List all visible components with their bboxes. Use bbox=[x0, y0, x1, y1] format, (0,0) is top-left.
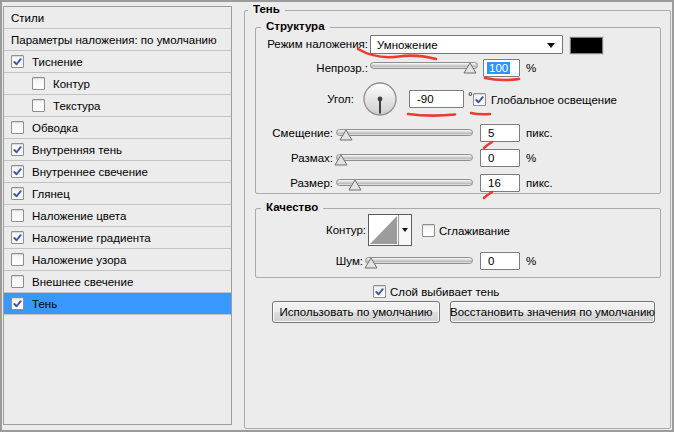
noise-unit: % bbox=[526, 255, 536, 267]
global-light-label: Глобальное освещение bbox=[491, 94, 617, 106]
sidebar-item[interactable]: Внутренняя тень bbox=[4, 139, 231, 161]
global-light-checkbox[interactable] bbox=[473, 93, 486, 106]
sidebar-item[interactable]: Обводка bbox=[4, 117, 231, 139]
noise-input[interactable]: 0 bbox=[480, 252, 520, 270]
sidebar-item[interactable]: Наложение узора bbox=[4, 249, 231, 271]
noise-label: Шум: bbox=[262, 255, 363, 267]
sidebar-item[interactable]: Контур bbox=[4, 73, 231, 95]
size-value: 16 bbox=[488, 177, 501, 189]
size-slider-thumb[interactable] bbox=[348, 179, 362, 191]
reset-default-button[interactable]: Восстановить значения по умолчанию bbox=[450, 301, 655, 323]
opacity-slider-thumb[interactable] bbox=[463, 62, 477, 74]
sidebar-item-label: Внутреннее свечение bbox=[32, 166, 148, 178]
knockout-label: Слой выбивает тень bbox=[390, 286, 499, 298]
style-checkbox[interactable] bbox=[11, 55, 24, 68]
sidebar-item[interactable]: Тень bbox=[4, 293, 231, 315]
sidebar-item-label: Текстура bbox=[53, 100, 101, 112]
spread-label: Размах: bbox=[228, 152, 333, 164]
sidebar-item[interactable]: Внешнее свечение bbox=[4, 271, 231, 293]
antialias-checkbox[interactable] bbox=[422, 224, 435, 237]
size-label: Размер: bbox=[228, 177, 333, 189]
angle-input[interactable]: -90 bbox=[409, 90, 464, 108]
style-checkbox[interactable] bbox=[11, 275, 24, 288]
size-input[interactable]: 16 bbox=[480, 174, 520, 192]
contour-label: Контур: bbox=[262, 224, 366, 236]
antialias-label: Сглаживание bbox=[439, 225, 510, 237]
check-icon bbox=[12, 166, 23, 177]
style-checkbox[interactable] bbox=[11, 297, 24, 310]
sidebar-item-label: Тень bbox=[32, 298, 57, 310]
spread-value: 0 bbox=[488, 152, 494, 164]
opacity-input[interactable]: 100 bbox=[483, 59, 520, 77]
check-icon bbox=[12, 232, 23, 243]
noise-slider[interactable] bbox=[365, 257, 473, 264]
spread-input[interactable]: 0 bbox=[480, 149, 520, 167]
angle-value: -90 bbox=[417, 93, 434, 105]
sidebar-item-label: Внешнее свечение bbox=[32, 276, 133, 288]
contour-thumbnail[interactable] bbox=[369, 215, 398, 245]
sidebar-item-label: Наложение узора bbox=[32, 254, 126, 266]
distance-unit: пикс. bbox=[526, 127, 553, 139]
style-checkbox[interactable] bbox=[11, 253, 24, 266]
check-icon bbox=[12, 188, 23, 199]
distance-slider-thumb[interactable] bbox=[339, 129, 353, 141]
chevron-down-icon bbox=[547, 43, 555, 48]
blend-mode-dropdown[interactable]: Умножение bbox=[370, 35, 563, 54]
check-icon bbox=[474, 94, 485, 105]
contour-dropdown-button[interactable] bbox=[398, 215, 411, 245]
sidebar-item-label: Внутренняя тень bbox=[32, 144, 122, 156]
layer-style-dialog: СтилиПараметры наложения: по умолчаниюТи… bbox=[2, 2, 672, 430]
style-checkbox[interactable] bbox=[11, 143, 24, 156]
sidebar-item[interactable]: Тиснение bbox=[4, 51, 231, 73]
chevron-down-icon bbox=[402, 228, 408, 232]
style-checkbox[interactable] bbox=[11, 165, 24, 178]
style-checkbox[interactable] bbox=[32, 77, 45, 90]
linear-contour-icon bbox=[369, 215, 398, 245]
style-checkbox[interactable] bbox=[11, 209, 24, 222]
distance-input[interactable]: 5 bbox=[480, 124, 520, 142]
check-icon bbox=[12, 56, 23, 67]
structure-group-title: Структура bbox=[261, 20, 330, 32]
shadow-color-swatch[interactable] bbox=[570, 37, 603, 54]
style-checkbox[interactable] bbox=[11, 121, 24, 134]
contour-picker[interactable] bbox=[368, 214, 412, 246]
sidebar-item[interactable]: Параметры наложения: по умолчанию bbox=[4, 29, 231, 51]
knockout-checkbox[interactable] bbox=[373, 285, 386, 298]
blend-mode-value: Умножение bbox=[377, 39, 438, 51]
shadow-group-title: Тень bbox=[248, 3, 285, 15]
angle-unit: ° bbox=[468, 90, 473, 102]
noise-value: 0 bbox=[488, 255, 494, 267]
sidebar-item[interactable]: Наложение цвета bbox=[4, 205, 231, 227]
size-unit: пикс. bbox=[526, 177, 553, 189]
sidebar-item[interactable]: Глянец bbox=[4, 183, 231, 205]
sidebar-item[interactable]: Текстура bbox=[4, 95, 231, 117]
check-icon bbox=[12, 298, 23, 309]
style-checkbox[interactable] bbox=[32, 99, 45, 112]
sidebar-item[interactable]: Наложение градиента bbox=[4, 227, 231, 249]
style-checkbox[interactable] bbox=[11, 231, 24, 244]
quality-groupbox bbox=[255, 208, 661, 278]
angle-dial[interactable] bbox=[362, 81, 398, 117]
opacity-value: 100 bbox=[487, 62, 510, 74]
make-default-button[interactable]: Использовать по умолчанию bbox=[272, 301, 440, 323]
styles-list: СтилиПараметры наложения: по умолчаниюТи… bbox=[3, 6, 232, 425]
blend-mode-label: Режим наложения: bbox=[248, 38, 368, 50]
noise-slider-thumb[interactable] bbox=[364, 257, 378, 269]
sidebar-item-label: Глянец bbox=[32, 188, 70, 200]
sidebar-item-label: Тиснение bbox=[32, 56, 83, 68]
angle-label: Угол: bbox=[248, 93, 354, 105]
spread-slider[interactable] bbox=[336, 154, 473, 161]
check-icon bbox=[374, 286, 385, 297]
opacity-slider[interactable] bbox=[370, 62, 478, 69]
sidebar-item-label: Наложение градиента bbox=[32, 232, 151, 244]
style-checkbox[interactable] bbox=[11, 187, 24, 200]
spread-slider-thumb[interactable] bbox=[334, 154, 348, 166]
check-icon bbox=[12, 144, 23, 155]
sidebar-item-label: Параметры наложения: по умолчанию bbox=[11, 34, 217, 46]
sidebar-item-label: Стили bbox=[11, 12, 44, 24]
distance-label: Смещение: bbox=[228, 127, 333, 139]
distance-slider[interactable] bbox=[336, 129, 473, 136]
sidebar-item-label: Обводка bbox=[32, 122, 78, 134]
sidebar-item[interactable]: Стили bbox=[4, 7, 231, 29]
sidebar-item[interactable]: Внутреннее свечение bbox=[4, 161, 231, 183]
